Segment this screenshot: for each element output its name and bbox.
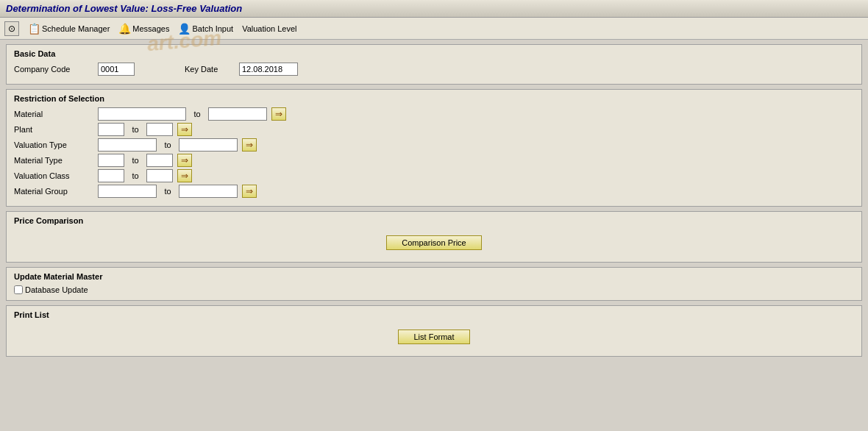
material-group-from-input[interactable] <box>98 185 157 198</box>
restriction-title: Restriction of Selection <box>14 94 854 103</box>
update-material-master-section: Update Material Master Database Update <box>6 267 862 301</box>
valuation-class-from-input[interactable] <box>98 169 124 182</box>
plant-arrow-button[interactable]: ⇒ <box>177 123 192 136</box>
update-material-master-title: Update Material Master <box>14 272 854 281</box>
batch-input-button[interactable]: 👤 Batch Input <box>178 23 233 35</box>
material-row: Material to ⇒ <box>14 107 854 121</box>
valuation-type-from-input[interactable] <box>98 138 157 152</box>
material-to-label: to <box>192 110 202 118</box>
plant-to-input[interactable] <box>146 123 173 136</box>
material-group-label: Material Group <box>14 187 95 196</box>
material-type-row: Material Type to ⇒ <box>14 154 854 167</box>
database-update-label: Database Update <box>25 285 88 294</box>
plant-from-input[interactable] <box>98 123 124 136</box>
print-list-section: Print List List Format <box>6 305 862 357</box>
back-button[interactable]: ⊙ <box>4 21 19 36</box>
print-list-title: Print List <box>14 310 854 319</box>
schedule-manager-button[interactable]: 📋 Schedule Manager <box>28 23 110 35</box>
back-icon: ⊙ <box>8 24 15 34</box>
material-type-arrow-button[interactable]: ⇒ <box>177 154 192 167</box>
restriction-section: Restriction of Selection Material to ⇒ P… <box>6 89 862 207</box>
plant-label: Plant <box>14 125 95 134</box>
main-content: Basic Data Company Code Key Date Restric… <box>0 40 868 366</box>
material-to-input[interactable] <box>208 107 267 121</box>
plant-to-label: to <box>130 125 140 134</box>
material-type-to-input[interactable] <box>146 154 173 167</box>
price-comparison-section: Price Comparison Comparison Price <box>6 211 862 263</box>
valuation-type-to-label: to <box>163 140 173 149</box>
batch-input-icon: 👤 <box>178 23 190 35</box>
messages-icon: 🔔 <box>118 23 130 35</box>
material-group-row: Material Group to ⇒ <box>14 185 854 198</box>
valuation-type-label: Valuation Type <box>14 140 95 149</box>
valuation-level-label: Valuation Level <box>242 24 296 33</box>
messages-label: Messages <box>132 24 169 33</box>
schedule-manager-icon: 📋 <box>28 23 40 35</box>
valuation-level-button[interactable]: Valuation Level <box>242 24 296 33</box>
material-type-to-label: to <box>130 156 140 165</box>
valuation-class-to-input[interactable] <box>146 169 173 182</box>
plant-row: Plant to ⇒ <box>14 123 854 136</box>
messages-button[interactable]: 🔔 Messages <box>118 23 169 35</box>
material-type-label: Material Type <box>14 156 95 165</box>
valuation-type-row: Valuation Type to ⇒ <box>14 138 854 152</box>
database-update-row: Database Update <box>14 285 854 294</box>
company-code-input[interactable] <box>98 63 135 76</box>
material-from-input[interactable] <box>98 107 186 121</box>
key-date-label: Key Date <box>185 65 236 74</box>
material-group-to-input[interactable] <box>179 185 238 198</box>
title-text: Determination of Lowest Value: Loss-Free… <box>6 3 242 14</box>
batch-input-label: Batch Input <box>192 24 233 33</box>
material-arrow-button[interactable]: ⇒ <box>271 107 286 121</box>
key-date-input[interactable] <box>239 63 298 76</box>
price-comparison-center: Comparison Price <box>14 229 854 256</box>
title-bar: Determination of Lowest Value: Loss-Free… <box>0 0 868 18</box>
list-format-button[interactable]: List Format <box>398 330 469 344</box>
valuation-class-row: Valuation Class to ⇒ <box>14 169 854 182</box>
company-code-label: Company Code <box>14 65 95 74</box>
valuation-class-label: Valuation Class <box>14 171 95 180</box>
schedule-manager-label: Schedule Manager <box>42 24 110 33</box>
comparison-price-button[interactable]: Comparison Price <box>386 235 481 250</box>
price-comparison-title: Price Comparison <box>14 216 854 225</box>
database-update-checkbox[interactable] <box>14 285 23 294</box>
material-label: Material <box>14 110 95 118</box>
valuation-type-arrow-button[interactable]: ⇒ <box>242 138 257 152</box>
print-list-center: List Format <box>14 324 854 350</box>
valuation-class-to-label: to <box>130 171 140 180</box>
material-group-arrow-button[interactable]: ⇒ <box>242 185 257 198</box>
basic-data-row: Company Code Key Date <box>14 63 854 76</box>
basic-data-section: Basic Data Company Code Key Date <box>6 44 862 85</box>
valuation-class-arrow-button[interactable]: ⇒ <box>177 169 192 182</box>
valuation-type-to-input[interactable] <box>179 138 238 152</box>
material-group-to-label: to <box>163 187 173 196</box>
basic-data-title: Basic Data <box>14 49 854 58</box>
material-type-from-input[interactable] <box>98 154 124 167</box>
toolbar: ⊙ 📋 Schedule Manager 🔔 Messages 👤 Batch … <box>0 18 868 40</box>
